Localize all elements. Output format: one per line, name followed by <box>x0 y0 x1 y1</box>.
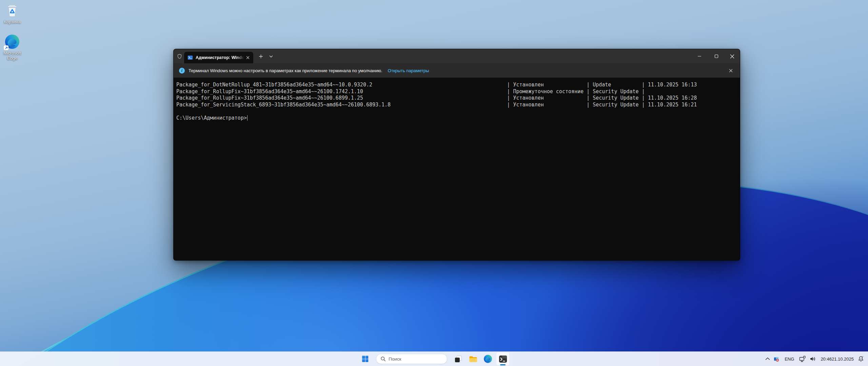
tray-expand-button[interactable] <box>764 353 772 365</box>
terminal-output-line: Package_for_DotNetRollup_481~31bf3856ad3… <box>176 82 740 88</box>
terminal-button[interactable] <box>496 352 510 366</box>
minimize-button[interactable] <box>692 49 707 63</box>
ethernet-icon <box>799 355 806 363</box>
tab-title: Администратор: Windows Po <box>196 55 245 60</box>
network-button[interactable] <box>797 353 808 365</box>
terminal-tab[interactable]: Администратор: Windows Po <box>184 52 253 63</box>
terminal-cursor <box>247 115 248 121</box>
speaker-icon <box>809 355 816 362</box>
new-tab-button[interactable] <box>256 49 266 63</box>
terminal-blank-line <box>176 108 740 115</box>
terminal-output: Package_for_DotNetRollup_481~31bf3856ad3… <box>176 82 740 108</box>
tray-device-button[interactable] <box>772 353 782 365</box>
search-input[interactable] <box>376 354 447 364</box>
terminal-content[interactable]: Package_for_DotNetRollup_481~31bf3856ad3… <box>174 78 740 260</box>
terminal-window: Администратор: Windows Po i Терминал Win… <box>173 49 740 261</box>
banner-message: Терминал Windows можно настроить в парам… <box>189 68 382 73</box>
bell-dnd-icon: z z <box>857 355 864 362</box>
tab-close-icon[interactable] <box>245 55 251 60</box>
banner-close-icon[interactable] <box>726 63 735 78</box>
volume-button[interactable] <box>808 353 818 365</box>
clock[interactable]: 20:46 21.10.2025 <box>818 353 856 365</box>
search-icon <box>380 356 386 362</box>
info-icon: i <box>179 68 185 74</box>
taskbar: ENG 20:46 21.10.2025 z z <box>0 351 868 366</box>
notification-center-button[interactable]: z z <box>856 353 866 365</box>
terminal-prompt-line: C:\Users\Администратор> <box>176 115 740 122</box>
tab-dropdown-button[interactable] <box>266 49 276 63</box>
svg-text:z: z <box>862 356 863 358</box>
device-status-icon <box>773 356 780 362</box>
tray-time: 20:46 <box>821 357 832 362</box>
maximize-button[interactable] <box>709 49 724 63</box>
chevron-up-icon <box>765 358 770 360</box>
start-button[interactable] <box>358 352 372 366</box>
tray-date: 21.10.2025 <box>832 357 854 362</box>
admin-shield-icon <box>177 54 182 59</box>
task-view-button[interactable] <box>451 352 465 366</box>
terminal-output-line: Package_for_RollupFix~31bf3856ad364e35~a… <box>176 95 740 102</box>
file-explorer-button[interactable] <box>466 352 480 366</box>
open-settings-link[interactable]: Открыть параметры <box>388 68 429 73</box>
terminal-output-line: Package_for_RollupFix~31bf3856ad364e35~a… <box>176 88 740 95</box>
desktop-icon-microsoft-edge[interactable]: Microsoft Edge <box>1 34 24 61</box>
powershell-icon <box>188 55 193 60</box>
desktop-icon-recycle-bin[interactable]: Корзина <box>1 4 24 24</box>
file-explorer-icon <box>469 354 478 364</box>
edge-icon <box>484 354 492 363</box>
language-indicator[interactable]: ENG <box>782 353 797 365</box>
close-button[interactable] <box>724 49 740 63</box>
svg-text:z: z <box>860 358 861 360</box>
edge-button[interactable] <box>481 352 495 366</box>
default-terminal-banner: i Терминал Windows можно настроить в пар… <box>174 63 740 78</box>
taskbar-search[interactable] <box>376 354 447 364</box>
task-view-icon <box>454 355 462 363</box>
shortcut-arrow-icon <box>4 45 8 50</box>
desktop-icon-label: Microsoft Edge <box>1 50 24 61</box>
windows-logo-icon <box>361 355 369 363</box>
terminal-icon <box>498 354 508 364</box>
recycle-bin-icon <box>5 4 19 18</box>
desktop-icon-label: Корзина <box>4 19 21 24</box>
terminal-titlebar[interactable]: Администратор: Windows Po <box>174 49 740 63</box>
terminal-output-line: Package_for_ServicingStack_6893~31bf3856… <box>176 102 740 108</box>
terminal-prompt: C:\Users\Администратор> <box>176 115 247 122</box>
